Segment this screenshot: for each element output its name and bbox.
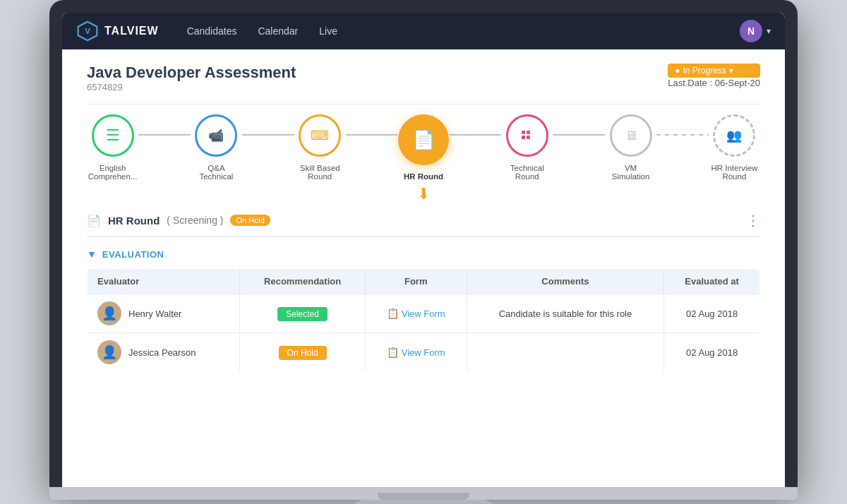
round-subtitle: ( Screening ): [167, 215, 223, 226]
step-technical[interactable]: Technical Round: [501, 114, 553, 181]
pipeline-line-4: [450, 134, 501, 136]
round-status-badge: On Hold: [230, 215, 270, 226]
eval-title: EVALUATION: [102, 249, 164, 260]
col-recommendation: Recommendation: [240, 269, 365, 294]
avatar-jessica: 👤: [97, 340, 121, 364]
step-circle-hr: 📄: [398, 114, 449, 165]
arrow-down-icon: ⬇: [87, 185, 760, 203]
col-form: Form: [365, 269, 467, 294]
evaluation-header: ▼ EVALUATION: [87, 248, 760, 260]
step-label-skill: Skill Based Round: [294, 164, 346, 181]
badge-onhold: On Hold: [279, 346, 327, 360]
step-circle-technical: [506, 114, 548, 157]
col-evaluated-at: Evaluated at: [664, 269, 760, 294]
evaluated-at-cell-1: 02 Aug 2018: [664, 294, 760, 333]
avatar-henry: 👤: [97, 301, 121, 325]
form-icon-1: 📋: [387, 308, 399, 319]
logo: V TALVIEW: [76, 20, 159, 42]
recommendation-cell-2: On Hold: [240, 333, 365, 372]
evaluator-name-2: Jessica Pearson: [128, 347, 196, 358]
table-row: 👤 Henry Walter Selected 📋 View For: [88, 294, 760, 333]
nav-links: Candidates Calendar Live: [187, 25, 740, 37]
step-circle-qa: 📹: [195, 114, 237, 157]
step-english[interactable]: ☰ English Comprehen...: [87, 114, 138, 181]
nav-live[interactable]: Live: [319, 25, 337, 37]
svg-text:V: V: [85, 27, 90, 35]
status-badge[interactable]: ● In Progress ▾: [668, 64, 760, 78]
svg-rect-3: [527, 131, 530, 134]
view-form-link-2[interactable]: View Form: [402, 347, 445, 358]
pipeline-line-5: [553, 134, 604, 136]
last-date: Last Date : 06-Sept-20: [668, 78, 760, 88]
svg-rect-2: [522, 131, 525, 134]
recommendation-cell-1: Selected: [240, 294, 365, 333]
status-dot: ●: [675, 66, 680, 76]
form-icon-2: 📋: [387, 347, 399, 358]
eval-chevron-icon[interactable]: ▼: [87, 248, 97, 260]
step-label-vm: VM Simulation: [605, 164, 656, 181]
step-circle-vm: 🖥: [610, 114, 652, 157]
form-cell-2[interactable]: 📋 View Form: [365, 333, 467, 372]
evaluator-cell-1: 👤 Henry Walter: [88, 294, 240, 333]
status-text: In Progress: [683, 66, 726, 76]
chevron-down-icon: ▾: [767, 26, 771, 36]
step-hr-interview[interactable]: 👥 HR Interview Round: [709, 114, 760, 181]
comments-cell-1: Candidate is suitable for this role: [467, 294, 664, 333]
assessment-id: 6574829: [87, 82, 296, 92]
status-chevron-icon: ▾: [729, 66, 733, 76]
step-vm[interactable]: 🖥 VM Simulation: [605, 114, 656, 181]
page-title: Java Developer Assessment: [87, 64, 296, 82]
step-label-technical: Technical Round: [501, 164, 553, 181]
round-section-header: 📄 HR Round ( Screening ) On Hold ⋮: [87, 212, 760, 237]
step-circle-english: ☰: [92, 114, 134, 157]
comments-cell-2: [467, 333, 664, 372]
evaluator-cell-2: 👤 Jessica Pearson: [88, 333, 240, 372]
view-form-link-1[interactable]: View Form: [402, 308, 445, 319]
step-label-qa: Q&A Technical: [191, 164, 242, 181]
divider: [87, 104, 760, 104]
pipeline-line-3: [346, 134, 397, 136]
pipeline: ☰ English Comprehen... 📹 Q&A Technical ⌨…: [87, 114, 760, 181]
main-content: Java Developer Assessment 6574829 ● In P…: [62, 49, 785, 487]
nav-user[interactable]: N ▾: [740, 20, 771, 42]
evaluated-at-cell-2: 02 Aug 2018: [664, 333, 760, 372]
col-evaluator: Evaluator: [88, 269, 240, 294]
step-qa[interactable]: 📹 Q&A Technical: [191, 114, 242, 181]
page-header: Java Developer Assessment 6574829 ● In P…: [87, 64, 760, 94]
table-header-row: Evaluator Recommendation Form Comments E…: [88, 269, 760, 294]
pipeline-line-6: [656, 134, 708, 136]
more-options-icon[interactable]: ⋮: [746, 212, 760, 229]
svg-rect-5: [527, 136, 530, 139]
svg-rect-4: [522, 136, 525, 139]
pipeline-line-2: [242, 134, 294, 136]
evaluation-table: Evaluator Recommendation Form Comments E…: [87, 268, 760, 372]
step-skill[interactable]: ⌨ Skill Based Round: [294, 114, 346, 181]
avatar: N: [740, 20, 762, 42]
step-label-english: English Comprehen...: [87, 164, 138, 181]
document-icon: 📄: [87, 214, 101, 227]
navbar: V TALVIEW Candidates Calendar Live N ▾: [62, 13, 785, 49]
pipeline-line-1: [138, 134, 190, 136]
step-hr[interactable]: 📄 HR Round: [397, 114, 449, 181]
badge-selected: Selected: [277, 307, 328, 321]
nav-candidates[interactable]: Candidates: [187, 25, 237, 37]
nav-calendar[interactable]: Calendar: [258, 25, 298, 37]
step-circle-hr-interview: 👥: [713, 114, 755, 157]
step-label-hr: HR Round: [404, 172, 443, 181]
logo-text: TALVIEW: [104, 25, 159, 37]
col-comments: Comments: [467, 269, 664, 294]
round-title: HR Round: [108, 215, 160, 227]
form-cell-1[interactable]: 📋 View Form: [365, 294, 467, 333]
step-label-hr-interview: HR Interview Round: [709, 164, 760, 181]
step-circle-skill: ⌨: [299, 114, 341, 157]
evaluator-name-1: Henry Walter: [128, 308, 181, 319]
table-row: 👤 Jessica Pearson On Hold 📋 View F: [88, 333, 760, 372]
